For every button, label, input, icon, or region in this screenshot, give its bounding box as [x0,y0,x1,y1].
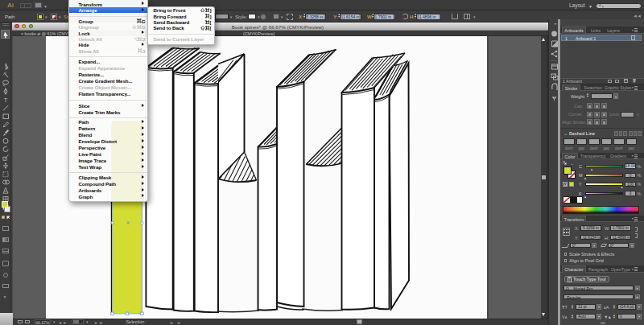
svg-text:T: T [3,97,7,104]
